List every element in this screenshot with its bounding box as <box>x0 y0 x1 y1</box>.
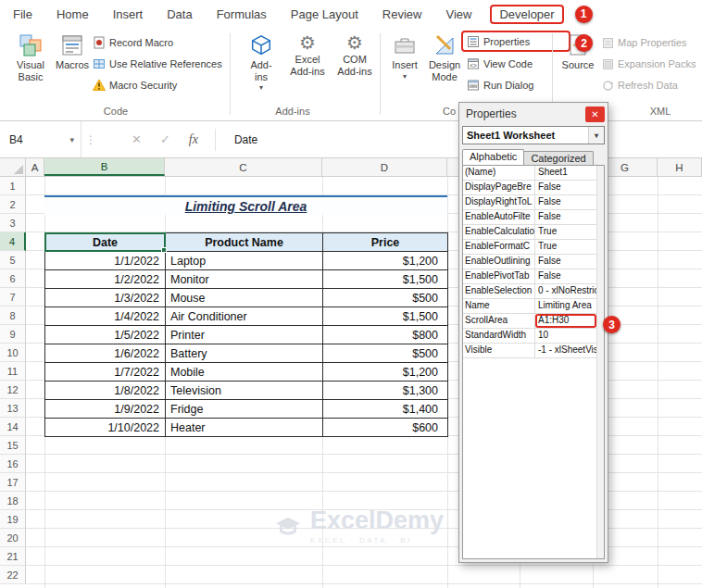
row-header-1[interactable]: 1 <box>0 177 26 195</box>
add-ins-button[interactable]: Add-ins ▾ <box>244 33 278 92</box>
column-header-D[interactable]: D <box>322 158 447 176</box>
macros-button[interactable]: Macros <box>54 33 91 71</box>
property-value[interactable]: Sheet1 <box>535 166 596 180</box>
property-name[interactable]: EnableOutlining <box>463 255 535 269</box>
row-header-9[interactable]: 9 <box>0 325 26 344</box>
object-selector-dropdown[interactable]: Sheet1 Worksheet ▾ <box>462 126 605 144</box>
table-cell[interactable]: Mouse <box>166 289 323 307</box>
property-value[interactable]: A1:H30 <box>535 314 596 328</box>
table-cell[interactable]: 1/10/2022 <box>45 419 166 437</box>
row-header-20[interactable]: 20 <box>0 529 26 547</box>
property-row[interactable]: EnableCalculatioTrue <box>463 225 596 240</box>
table-cell[interactable]: $500 <box>323 344 448 363</box>
table-cell[interactable]: $800 <box>323 326 448 344</box>
add-ins-dropdown-icon[interactable]: ▾ <box>259 84 263 92</box>
tab-view[interactable]: View <box>445 7 471 21</box>
table-cell[interactable]: 1/3/2022 <box>45 289 166 307</box>
table-cell[interactable]: 1/4/2022 <box>45 307 166 326</box>
table-cell[interactable]: $1,500 <box>323 270 448 289</box>
table-cell[interactable]: Fridge <box>166 400 323 419</box>
enter-icon[interactable]: ✓ <box>160 132 170 146</box>
fill-handle[interactable] <box>161 247 167 253</box>
name-box-dropdown-icon[interactable]: ▾ <box>69 135 81 144</box>
chevron-down-icon[interactable]: ▾ <box>588 127 604 144</box>
tab-developer[interactable]: Developer <box>490 5 563 24</box>
table-cell[interactable]: $1,400 <box>323 400 448 419</box>
run-dialog-button[interactable]: Run Dialog <box>467 76 533 94</box>
row-header-2[interactable]: 2 <box>0 195 26 214</box>
property-value[interactable]: False <box>535 181 596 194</box>
property-name[interactable]: Visible <box>463 344 535 357</box>
refresh-data-button[interactable]: Refresh Data <box>602 76 678 94</box>
property-name[interactable]: StandardWidth <box>463 329 535 343</box>
property-name[interactable]: ScrollArea <box>463 314 535 328</box>
property-value[interactable]: True <box>535 240 596 254</box>
visual-basic-button[interactable]: Visual Basic <box>9 33 52 82</box>
row-header-11[interactable]: 11 <box>0 362 26 381</box>
table-cell[interactable]: $1,200 <box>323 363 448 382</box>
property-name[interactable]: DisplayPageBre <box>463 181 535 194</box>
table-cell[interactable]: 1/7/2022 <box>45 363 166 382</box>
view-code-button[interactable]: <> View Code <box>467 55 533 73</box>
row-header-12[interactable]: 12 <box>0 381 26 399</box>
insert-function-icon[interactable]: fx <box>189 132 198 147</box>
property-value[interactable]: Limiting Area <box>535 299 596 313</box>
property-name[interactable]: EnableAutoFilte <box>463 210 535 224</box>
property-value[interactable]: 0 - xlNoRestric <box>535 284 596 298</box>
table-cell[interactable]: $600 <box>323 419 448 437</box>
tab-data[interactable]: Data <box>167 7 192 21</box>
table-cell[interactable]: 1/8/2022 <box>45 382 166 400</box>
tab-file[interactable]: File <box>13 7 32 21</box>
property-row[interactable]: EnableFormatCTrue <box>463 240 596 255</box>
property-name[interactable]: EnableCalculatio <box>463 225 535 239</box>
sheet-title-cell[interactable]: Limiting Scroll Area <box>44 195 447 215</box>
row-header-21[interactable]: 21 <box>0 547 26 566</box>
tab-review[interactable]: Review <box>382 7 422 21</box>
formula-bar-value[interactable]: Date <box>234 133 257 146</box>
table-cell[interactable]: Monitor <box>166 270 323 289</box>
row-header-18[interactable]: 18 <box>0 492 26 510</box>
row-header-5[interactable]: 5 <box>0 251 26 269</box>
row-header-14[interactable]: 14 <box>0 418 26 436</box>
property-row[interactable]: ScrollAreaA1:H30 <box>463 314 596 329</box>
row-header-22[interactable]: 22 <box>0 566 26 584</box>
record-macro-button[interactable]: Record Macro <box>93 33 173 52</box>
select-all-corner[interactable] <box>0 158 26 176</box>
table-cell[interactable]: Printer <box>166 326 323 344</box>
property-value[interactable]: 10 <box>535 329 596 343</box>
design-mode-button[interactable]: Design Mode <box>424 33 465 82</box>
properties-panel-titlebar[interactable]: Properties ✕ <box>459 103 608 125</box>
tab-home[interactable]: Home <box>56 7 89 21</box>
formula-bar-grip-icon[interactable]: ⋮ <box>81 133 100 146</box>
table-cell[interactable]: $1,300 <box>323 382 448 400</box>
close-icon[interactable]: ✕ <box>585 106 605 122</box>
property-row[interactable]: DisplayRightToLFalse <box>463 195 596 210</box>
property-value[interactable]: False <box>535 195 596 209</box>
row-header-6[interactable]: 6 <box>0 269 26 288</box>
property-name[interactable]: DisplayRightToL <box>463 195 535 209</box>
property-row[interactable]: EnableAutoFilteFalse <box>463 210 596 225</box>
table-cell[interactable]: Mobile <box>166 363 323 382</box>
property-value[interactable]: False <box>535 210 596 224</box>
table-cell[interactable]: $500 <box>323 289 448 307</box>
property-row[interactable]: (Name)Sheet1 <box>463 166 596 181</box>
tab-page-layout[interactable]: Page Layout <box>291 7 358 21</box>
column-header-A[interactable]: A <box>26 158 44 176</box>
table-header-cell[interactable]: Price <box>323 233 448 252</box>
table-cell[interactable]: 1/6/2022 <box>45 344 166 363</box>
table-cell[interactable]: Air Conditioner <box>166 307 323 326</box>
property-row[interactable]: EnablePivotTabFalse <box>463 269 596 284</box>
property-grid-scrollbar[interactable] <box>596 166 604 558</box>
table-cell[interactable]: 1/2/2022 <box>45 270 166 289</box>
column-header-B[interactable]: B <box>44 158 165 176</box>
expansion-packs-button[interactable]: Expansion Packs <box>602 55 696 73</box>
table-cell[interactable]: Battery <box>166 344 323 363</box>
cancel-icon[interactable]: ✕ <box>132 132 142 146</box>
row-header-4[interactable]: 4 <box>0 232 26 251</box>
table-cell[interactable]: 1/9/2022 <box>45 400 166 419</box>
row-header-16[interactable]: 16 <box>0 455 26 473</box>
property-row[interactable]: EnableOutliningFalse <box>463 255 596 269</box>
row-header-17[interactable]: 17 <box>0 473 26 492</box>
property-name[interactable]: EnableFormatC <box>463 240 535 254</box>
table-header-cell[interactable]: Product Name <box>166 233 323 252</box>
